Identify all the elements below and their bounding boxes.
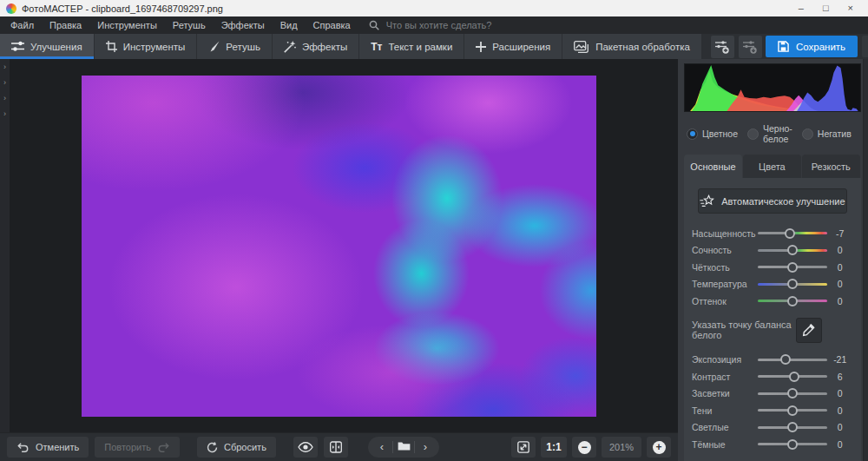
maximize-icon[interactable]: □ bbox=[823, 0, 829, 16]
slider-tint: Оттенок 0 bbox=[692, 293, 853, 310]
zoom-in-button[interactable]: + bbox=[647, 437, 671, 458]
redo-button[interactable]: Повторить bbox=[95, 437, 180, 458]
eye-icon bbox=[298, 442, 313, 452]
slider-shadows: Тени 0 bbox=[692, 402, 853, 419]
radio-icon bbox=[802, 128, 813, 140]
menu-view[interactable]: Вид bbox=[273, 16, 306, 34]
mode-negative[interactable]: Негатив bbox=[802, 128, 852, 140]
collapsed-panel-strip: › › › › bbox=[0, 59, 10, 432]
folder-icon bbox=[398, 441, 411, 451]
radio-icon bbox=[687, 128, 698, 140]
collapse-chevron-icon[interactable]: › bbox=[3, 77, 6, 88]
bottom-toolbar: Отменить Повторить Сбросить bbox=[0, 432, 678, 461]
app-icon bbox=[6, 3, 16, 14]
add-preset-button[interactable] bbox=[711, 36, 734, 58]
white-balance-row: Указать точку баланса белого bbox=[692, 318, 853, 343]
search-input[interactable] bbox=[385, 19, 544, 31]
zoom-out-button[interactable]: − bbox=[572, 437, 596, 458]
tab-sharpness[interactable]: Резкость bbox=[802, 155, 860, 178]
mode-black-white[interactable]: Черно-белое bbox=[747, 123, 792, 144]
preset-buttons bbox=[710, 36, 766, 58]
batch-icon bbox=[574, 41, 589, 53]
reset-icon bbox=[207, 442, 218, 453]
menu-edit[interactable]: Правка bbox=[42, 16, 89, 34]
minimize-icon[interactable]: – bbox=[799, 0, 804, 16]
canvas-area: › › › › bbox=[0, 59, 678, 432]
undo-icon bbox=[16, 442, 30, 452]
save-icon bbox=[778, 41, 789, 52]
slider-thumb[interactable] bbox=[780, 354, 791, 365]
preset-add-icon bbox=[715, 40, 730, 54]
menu-help[interactable]: Справка bbox=[306, 16, 358, 34]
title-bar: ФотоМАСТЕР - clipboard_1697468709297.png… bbox=[0, 0, 868, 16]
before-after-icon bbox=[330, 441, 342, 453]
tab-improvements[interactable]: Улучшения bbox=[0, 34, 94, 59]
before-after-button[interactable] bbox=[324, 437, 348, 458]
edited-image[interactable] bbox=[82, 76, 596, 417]
white-balance-picker-button[interactable] bbox=[796, 318, 822, 343]
tab-retouch[interactable]: Ретушь bbox=[197, 34, 272, 59]
slider-blacks: Тёмные 0 bbox=[692, 436, 853, 453]
next-photo-button[interactable]: › bbox=[415, 437, 436, 458]
tab-tools[interactable]: Инструменты bbox=[95, 34, 197, 59]
menu-retouch[interactable]: Ретушь bbox=[165, 16, 214, 34]
tab-effects[interactable]: Эффекты bbox=[273, 34, 358, 59]
slider-thumb[interactable] bbox=[787, 279, 798, 289]
reset-button[interactable]: Сбросить bbox=[197, 437, 276, 458]
mode-color[interactable]: Цветное bbox=[687, 128, 738, 140]
redo-icon bbox=[157, 442, 170, 452]
panel-scrollbar[interactable] bbox=[863, 59, 868, 461]
slider-highlights: Засветки 0 bbox=[692, 385, 853, 403]
basic-adjustments: Автоматическое улучшение Насыщенность -7… bbox=[684, 178, 861, 461]
open-folder-button[interactable] bbox=[393, 437, 414, 458]
slider-thumb[interactable] bbox=[787, 262, 798, 273]
fit-screen-button[interactable] bbox=[511, 437, 536, 458]
slider-thumb[interactable] bbox=[787, 405, 798, 416]
sliders-icon bbox=[11, 41, 24, 52]
slider-thumb[interactable] bbox=[787, 296, 798, 306]
tab-basic[interactable]: Основные bbox=[684, 155, 742, 178]
tab-batch-processing[interactable]: Пакетная обработка bbox=[562, 34, 701, 59]
main-toolbar: Улучшения Инструменты Ретушь Эффекты Tт … bbox=[0, 34, 868, 59]
menu-effects[interactable]: Эффекты bbox=[214, 16, 273, 34]
tab-colors[interactable]: Цвета bbox=[743, 155, 801, 178]
menu-file[interactable]: Файл bbox=[3, 16, 42, 34]
apply-preset-button[interactable] bbox=[739, 36, 762, 58]
show-original-button[interactable] bbox=[293, 437, 318, 458]
editor-column: › › › › Отменить Повторить bbox=[0, 59, 678, 461]
collapse-chevron-icon[interactable]: › bbox=[3, 93, 6, 103]
save-button[interactable]: Сохранить bbox=[766, 36, 858, 57]
histogram bbox=[684, 63, 861, 112]
crop-icon bbox=[106, 41, 117, 52]
collapse-chevron-icon[interactable]: › bbox=[3, 109, 6, 119]
auto-enhance-button[interactable]: Автоматическое улучшение bbox=[698, 188, 847, 214]
slider-thumb[interactable] bbox=[787, 422, 798, 432]
slider-thumb[interactable] bbox=[789, 372, 799, 382]
print-button[interactable]: Печать bbox=[862, 36, 868, 57]
slider-thumb[interactable] bbox=[787, 388, 798, 398]
zoom-controls: 1:1 − 201% + bbox=[511, 437, 671, 458]
slider-thumb[interactable] bbox=[787, 245, 798, 255]
zoom-out-icon: − bbox=[578, 441, 591, 454]
quick-search[interactable] bbox=[369, 19, 544, 31]
close-icon[interactable]: × bbox=[848, 0, 853, 16]
zoom-actual-button[interactable]: 1:1 bbox=[541, 437, 567, 458]
slider-thumb[interactable] bbox=[785, 228, 795, 239]
undo-button[interactable]: Отменить bbox=[7, 437, 89, 458]
main-area: › › › › Отменить Повторить bbox=[0, 59, 868, 461]
brush-icon bbox=[208, 41, 220, 52]
tab-extensions[interactable]: Расширения bbox=[464, 34, 562, 59]
collapse-chevron-icon[interactable]: › bbox=[3, 62, 6, 72]
white-balance-label: Указать точку баланса белого bbox=[692, 319, 796, 340]
slider-saturation: Насыщенность -7 bbox=[692, 225, 853, 242]
histogram-channel-blue bbox=[797, 66, 858, 111]
slider-thumb[interactable] bbox=[787, 439, 798, 450]
tab-text-frames[interactable]: Tт Текст и рамки bbox=[359, 34, 464, 59]
panel-tabs: Основные Цвета Резкость bbox=[684, 155, 861, 178]
search-icon bbox=[369, 20, 379, 30]
text-icon: Tт bbox=[371, 41, 382, 53]
prev-photo-button[interactable]: ‹ bbox=[372, 437, 392, 458]
photomaster-window: ФотоМАСТЕР - clipboard_1697468709297.png… bbox=[0, 0, 868, 461]
menu-tools[interactable]: Инструменты bbox=[89, 16, 165, 34]
wand-icon bbox=[284, 41, 296, 53]
